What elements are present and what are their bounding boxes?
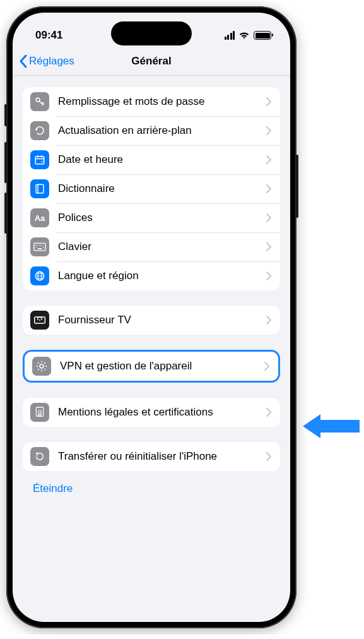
chevron-right-icon (266, 126, 271, 135)
svg-rect-4 (34, 243, 45, 251)
settings-content: Remplissage et mots de passe Actualisati… (13, 76, 290, 622)
volume-up-button (4, 142, 7, 183)
screen: 09:41 Réglages (13, 13, 290, 622)
settings-group-5: Transférer ou réinitialiser l'iPhone (23, 442, 280, 471)
row-tv-provider[interactable]: Fournisseur TV (23, 306, 280, 335)
row-language[interactable]: Langue et région (23, 261, 280, 290)
book-icon (30, 179, 49, 198)
gear-icon (32, 357, 51, 376)
chevron-left-icon (19, 54, 28, 68)
chevron-right-icon (266, 452, 271, 461)
cellular-icon (225, 31, 235, 40)
key-icon (30, 92, 49, 111)
battery-icon (254, 31, 271, 40)
svg-rect-3 (36, 184, 44, 193)
chevron-right-icon (266, 184, 271, 193)
calendar-icon (30, 150, 49, 169)
back-button[interactable]: Réglages (16, 52, 77, 71)
svg-point-18 (38, 410, 42, 414)
side-button (4, 104, 7, 126)
row-autofill[interactable]: Remplissage et mots de passe (23, 87, 280, 116)
row-label: Actualisation en arrière-plan (58, 124, 257, 137)
settings-group-vpn-highlighted: VPN et gestion de l'appareil (23, 350, 280, 383)
chevron-right-icon (266, 316, 271, 325)
keyboard-icon (30, 237, 49, 256)
chevron-right-icon (264, 362, 269, 371)
refresh-icon (30, 121, 49, 140)
svg-rect-1 (35, 157, 44, 164)
row-vpn[interactable]: VPN et gestion de l'appareil (25, 352, 278, 381)
row-background-refresh[interactable]: Actualisation en arrière-plan (23, 116, 280, 145)
status-indicators (225, 31, 272, 40)
shutdown-button[interactable]: Éteindre (23, 471, 280, 506)
iphone-frame: 09:41 Réglages (6, 6, 296, 628)
chevron-right-icon (266, 213, 271, 222)
row-legal[interactable]: Mentions légales et certifications (23, 398, 280, 427)
chevron-right-icon (266, 97, 271, 106)
row-label: Clavier (58, 241, 257, 253)
navigation-bar: Réglages Général (13, 47, 290, 76)
status-time: 09:41 (32, 29, 62, 42)
row-date-time[interactable]: Date et heure (23, 145, 280, 174)
row-label: Polices (58, 212, 257, 224)
page-title: Général (131, 55, 171, 68)
svg-point-0 (36, 98, 40, 102)
font-icon: Aa (30, 208, 49, 227)
chevron-right-icon (266, 408, 271, 417)
row-dictionary[interactable]: Dictionnaire (23, 174, 280, 203)
row-fonts[interactable]: Aa Polices (23, 203, 280, 232)
settings-group-2: Fournisseur TV (23, 306, 280, 335)
power-button (296, 155, 298, 218)
settings-group-4: Mentions légales et certifications (23, 398, 280, 427)
settings-group-1: Remplissage et mots de passe Actualisati… (23, 87, 280, 290)
svg-point-7 (40, 245, 41, 246)
tv-icon (30, 311, 49, 330)
pointer-arrow-icon (303, 410, 360, 442)
volume-down-button (4, 193, 7, 234)
certificate-icon (30, 403, 49, 422)
chevron-right-icon (266, 242, 271, 251)
row-label: Transférer ou réinitialiser l'iPhone (58, 450, 257, 463)
svg-rect-11 (38, 248, 42, 249)
row-label: Langue et région (58, 270, 257, 282)
svg-point-8 (42, 245, 43, 246)
svg-point-5 (35, 245, 37, 246)
svg-point-6 (38, 245, 39, 246)
chevron-right-icon (266, 272, 271, 280)
row-label: Dictionnaire (58, 182, 257, 195)
svg-point-15 (39, 320, 40, 321)
dynamic-island (111, 21, 192, 45)
row-label: Remplissage et mots de passe (58, 95, 257, 108)
wifi-icon (238, 31, 250, 40)
row-label: Mentions légales et certifications (58, 406, 257, 419)
chevron-right-icon (266, 155, 271, 164)
reset-icon (30, 447, 49, 466)
globe-icon (30, 266, 49, 285)
row-transfer-reset[interactable]: Transférer ou réinitialiser l'iPhone (23, 442, 280, 471)
svg-point-16 (40, 364, 44, 368)
row-label: Date et heure (58, 153, 257, 166)
back-label: Réglages (29, 55, 74, 68)
svg-point-2 (42, 161, 43, 162)
row-label: Fournisseur TV (58, 314, 257, 326)
svg-point-10 (43, 247, 44, 248)
svg-point-9 (35, 247, 37, 248)
row-keyboard[interactable]: Clavier (23, 232, 280, 261)
row-label: VPN et gestion de l'appareil (60, 360, 255, 373)
